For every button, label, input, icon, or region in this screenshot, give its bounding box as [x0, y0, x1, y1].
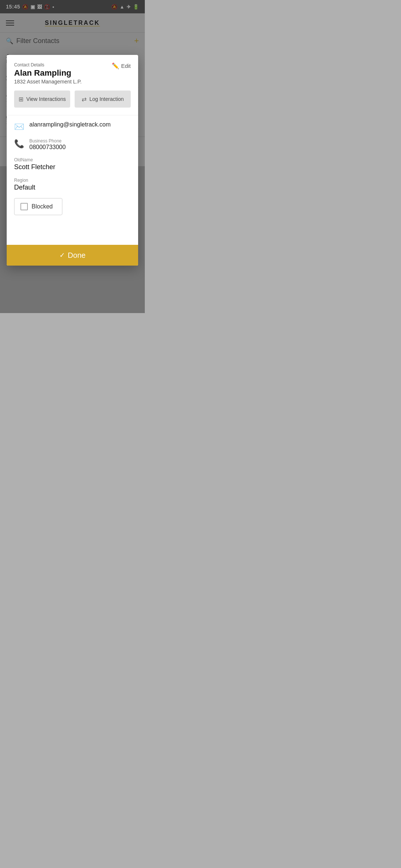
done-label: Done [68, 251, 86, 260]
phone-value[interactable]: 08000733000 [29, 144, 66, 151]
modal-body: ✏️ Edit Contact Details Alan Rampling 18… [7, 55, 138, 245]
email-icon: ✉️ [14, 122, 24, 132]
done-button[interactable]: ✓ Done [7, 245, 138, 266]
action-buttons: ⊞ View Interactions ⇄ Log Interaction [14, 91, 131, 108]
old-name-value: Scott Fletcher [14, 163, 131, 171]
contact-name: Alan Rampling [14, 68, 131, 78]
phone-label: Business Phone [29, 138, 66, 144]
contact-company: 1832 Asset Management L.P. [14, 79, 131, 85]
region-value: Default [14, 184, 131, 191]
old-name-field: OldName Scott Fletcher [14, 157, 131, 171]
blocked-label: Blocked [32, 203, 53, 210]
blocked-checkbox[interactable] [20, 203, 28, 210]
log-interaction-button[interactable]: ⇄ Log Interaction [75, 91, 131, 108]
view-interactions-button[interactable]: ⊞ View Interactions [14, 91, 70, 108]
email-value[interactable]: alanrampling@singletrack.com [29, 121, 111, 128]
done-check-icon: ✓ [59, 251, 65, 259]
divider [7, 115, 138, 115]
blocked-field[interactable]: Blocked [14, 198, 62, 215]
email-field: ✉️ alanrampling@singletrack.com [14, 121, 131, 132]
grid-icon: ⊞ [19, 96, 23, 103]
edit-button[interactable]: ✏️ Edit [112, 62, 131, 69]
view-interactions-label: View Interactions [26, 96, 66, 102]
region-field: Region Default [14, 178, 131, 191]
phone-field: 📞 Business Phone 08000733000 [14, 138, 131, 151]
contact-detail-modal: ✏️ Edit Contact Details Alan Rampling 18… [7, 55, 138, 266]
region-label: Region [14, 178, 131, 183]
edit-icon: ✏️ [112, 62, 119, 69]
log-interaction-label: Log Interaction [89, 96, 124, 102]
phone-icon: 📞 [14, 139, 24, 149]
old-name-label: OldName [14, 157, 131, 162]
log-icon: ⇄ [82, 96, 87, 103]
edit-label: Edit [121, 63, 131, 69]
modal-spacer [14, 223, 131, 245]
